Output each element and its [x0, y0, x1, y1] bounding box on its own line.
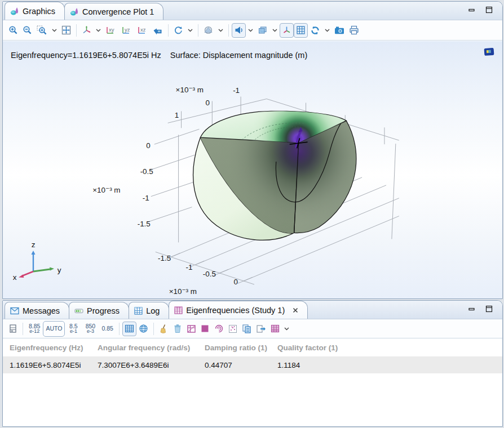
zoom-in-icon [8, 25, 18, 35]
clip-plane-button[interactable] [201, 23, 216, 38]
view-xy-button[interactable]: xy [103, 23, 119, 38]
point-plot-button[interactable] [226, 322, 240, 336]
zoom-out-icon [23, 25, 32, 35]
svg-text:yz: yz [125, 26, 130, 33]
zoom-box-dropdown[interactable] [50, 23, 59, 38]
scene-light-dropdown[interactable] [246, 23, 255, 38]
table-row[interactable]: 1.1619E6+5.8074E5i 7.3007E6+3.6489E6i 0.… [3, 357, 502, 373]
default-3d-view-button[interactable] [79, 23, 94, 38]
format-auto-button[interactable]: AUTO [43, 321, 65, 337]
svg-text:-1.5: -1.5 [138, 220, 151, 228]
plot-3d-eigenmode[interactable]: ×10⁻³ m -1 0 1 0 -0.5 ×10⁻³ m -1 -1.5 -1… [3, 41, 502, 298]
svg-text:1: 1 [175, 111, 179, 119]
copy-table-button[interactable] [240, 322, 254, 336]
svg-text:-1: -1 [186, 263, 193, 271]
col-header-eigenfrequency[interactable]: Eigenfrequency (Hz) [3, 344, 91, 352]
tab-graphics[interactable]: Graphics [5, 2, 65, 20]
point-plot-icon [228, 324, 237, 333]
graphics-window: Graphics Convergence Plot 1 xy yz xz [2, 1, 503, 299]
rotate-icon [174, 25, 183, 35]
svg-text:-1: -1 [143, 194, 149, 202]
scene-light-button[interactable] [232, 23, 246, 38]
table-view-icon [125, 324, 134, 333]
zoom-box-button[interactable] [34, 23, 50, 38]
x-axis-unit-label: ×10⁻³ m [169, 287, 197, 296]
format-scientific-button[interactable]: 8.85e-12 [26, 321, 43, 337]
table-settings-button[interactable] [6, 322, 20, 336]
graphics-canvas[interactable]: Eigenfrequency=1.1619E6+5.8074E5i Hz Sur… [3, 41, 502, 298]
maximize-icon [485, 305, 493, 313]
show-axis-orientation-button[interactable] [280, 23, 294, 38]
export-icon [256, 324, 266, 333]
minimize-button[interactable] [467, 6, 476, 14]
transparency-icon [258, 25, 268, 35]
table-view-button[interactable] [122, 322, 136, 336]
view-3d-triad-icon [82, 25, 91, 35]
trash-icon [173, 324, 182, 333]
progress-bar-icon [74, 307, 83, 315]
col-header-angular-frequency[interactable]: Angular frequency (rad/s) [91, 344, 198, 352]
close-tab-button[interactable] [293, 307, 298, 313]
y-axis-unit-label: ×10⁻³ m [176, 86, 204, 94]
clip-plane-dropdown[interactable] [216, 23, 226, 38]
chevron-down-icon [284, 327, 289, 331]
table-toolbar: 8.85e-12 AUTO 8.5e-1 850e-3 0.85 [3, 319, 502, 338]
transparency-button[interactable] [255, 23, 270, 38]
tab-messages[interactable]: Messages [5, 302, 69, 319]
tab-progress[interactable]: Progress [69, 302, 129, 319]
show-grid-button[interactable] [294, 23, 308, 38]
col-header-quality-factor[interactable]: Quality factor (1) [271, 344, 395, 352]
tab-log[interactable]: Log [129, 302, 169, 319]
view-xz-button[interactable]: xz [135, 23, 151, 38]
plot-title: Eigenfrequency=1.1619E6+5.8074E5i Hz Sur… [11, 51, 307, 60]
update-plot-dropdown[interactable] [322, 23, 332, 38]
zoom-extents-button[interactable] [59, 23, 73, 38]
zoom-in-button[interactable] [6, 23, 20, 38]
table-display-button[interactable] [268, 322, 282, 336]
eigenmode-solid [193, 83, 369, 240]
rotate-button[interactable] [171, 23, 185, 38]
rotate-dropdown[interactable] [185, 23, 195, 38]
format-engineering-button[interactable]: 8.5e-1 [65, 321, 82, 337]
scene-light-icon [234, 25, 244, 35]
triad-x-label: x [13, 273, 17, 282]
log-table-icon [134, 307, 143, 315]
tab-eigenfrequencies[interactable]: Eigenfrequencies (Study 1) [169, 301, 308, 319]
tab-progress-label: Progress [87, 306, 120, 315]
transparency-dropdown[interactable] [270, 23, 280, 38]
coordinate-triad: z y x [12, 239, 64, 283]
print-button[interactable] [347, 23, 361, 38]
tab-messages-label: Messages [23, 306, 60, 315]
update-plot-button[interactable] [308, 23, 322, 38]
close-icon [293, 307, 298, 313]
graphics-toolbar: xy yz xz [3, 20, 502, 41]
col-header-damping-ratio[interactable]: Damping ratio (1) [198, 344, 271, 352]
format-decimal-button[interactable]: 0.85 [99, 321, 116, 337]
chevron-down-icon [96, 29, 101, 32]
svg-text:-1.5: -1.5 [158, 254, 171, 262]
tab-convergence-plot[interactable]: Convergence Plot 1 [64, 3, 163, 20]
table-surface-button[interactable] [198, 322, 212, 336]
full-precision-button[interactable] [136, 322, 151, 336]
polar-plot-button[interactable] [212, 322, 226, 336]
orthographic-projection-button[interactable] [151, 23, 165, 38]
color-legend-button[interactable] [483, 47, 496, 60]
triad-z-label: z [32, 240, 36, 249]
zoom-out-button[interactable] [20, 23, 34, 38]
minimize-button[interactable] [467, 305, 476, 313]
table-graph-button[interactable] [184, 322, 198, 336]
view-yz-button[interactable]: yz [119, 23, 135, 38]
image-snapshot-button[interactable] [332, 23, 347, 38]
maximize-button[interactable] [485, 305, 493, 313]
maximize-button[interactable] [485, 6, 493, 14]
svg-text:0: 0 [146, 141, 150, 150]
delete-table-button[interactable] [171, 322, 184, 336]
export-table-button[interactable] [254, 322, 268, 336]
view-dropdown[interactable] [94, 23, 103, 38]
chevron-down-icon [325, 29, 330, 32]
format-milli-button[interactable]: 850e-3 [82, 321, 99, 337]
clear-table-button[interactable] [157, 322, 171, 336]
table-display-dropdown[interactable] [282, 322, 291, 336]
chevron-down-icon [188, 29, 193, 32]
camera-icon [334, 26, 344, 35]
